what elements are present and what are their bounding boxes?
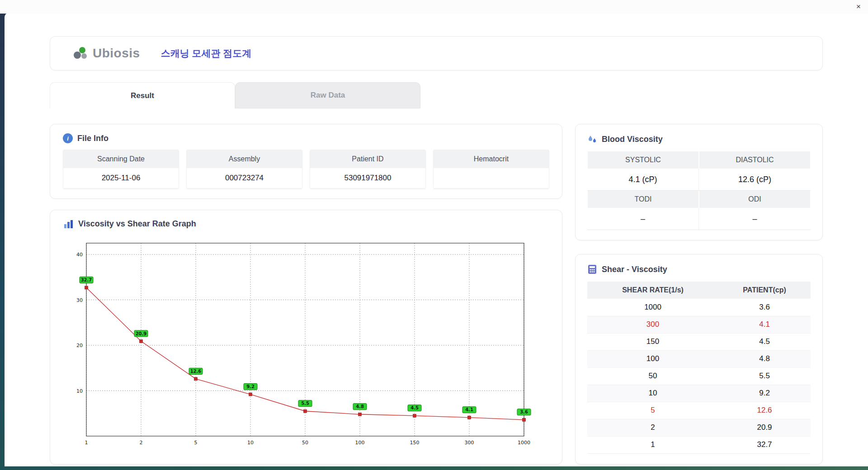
tab-result[interactable]: Result xyxy=(50,82,235,108)
bv-value: 12.6 (cP) xyxy=(699,169,811,190)
tab-raw-data[interactable]: Raw Data xyxy=(235,82,420,108)
blood-viscosity-title-text: Blood Viscosity xyxy=(602,135,663,144)
field-label: Patient ID xyxy=(310,150,425,168)
svg-text:4.8: 4.8 xyxy=(356,404,364,409)
svg-text:1000: 1000 xyxy=(518,440,530,446)
logo-text: Ubiosis xyxy=(93,46,140,61)
info-icon: i xyxy=(63,133,73,143)
shear-viscosity-card: Shear - Viscosity SHEAR RATE(1/s)PATIENT… xyxy=(575,254,823,465)
field-label: Hematocrit xyxy=(434,150,549,168)
shear-rate-cell: 5 xyxy=(587,402,718,419)
graph-title: Viscosity vs Shear Rate Graph xyxy=(64,219,548,229)
patient-viscosity-cell: 12.6 xyxy=(718,402,811,419)
svg-text:3.6: 3.6 xyxy=(520,409,528,414)
bv-value: – xyxy=(699,208,811,230)
shear-row: 1004.8 xyxy=(587,350,811,367)
calculator-icon xyxy=(587,264,597,274)
svg-text:4.1: 4.1 xyxy=(465,407,473,412)
file-info-field: Patient ID53091971800 xyxy=(310,150,426,188)
file-info-field: Assembly000723274 xyxy=(186,150,302,188)
shear-rate-cell: 150 xyxy=(587,333,718,350)
patient-viscosity-cell: 20.9 xyxy=(718,419,811,436)
shear-row: 3004.1 xyxy=(587,316,811,333)
svg-text:1: 1 xyxy=(85,440,88,446)
field-value: 53091971800 xyxy=(310,168,425,188)
shear-rate-cell: 50 xyxy=(587,367,718,385)
shear-row: 132.7 xyxy=(587,436,811,453)
svg-text:10: 10 xyxy=(247,440,254,446)
viscosity-chart-svg: 102030401251050100150300100032.720.912.6… xyxy=(64,232,534,456)
file-info-field: Hematocrit xyxy=(433,150,549,188)
svg-text:5.5: 5.5 xyxy=(301,401,309,406)
blood-viscosity-title: Blood Viscosity xyxy=(587,134,811,144)
svg-text:20.9: 20.9 xyxy=(136,331,147,336)
window-close-icon[interactable]: × xyxy=(856,2,861,11)
shear-viscosity-table: SHEAR RATE(1/s)PATIENT(cp)10003.63004.11… xyxy=(587,282,811,454)
patient-viscosity-cell: 9.2 xyxy=(718,385,811,402)
shear-row: 1504.5 xyxy=(587,333,811,350)
patient-viscosity-cell: 4.8 xyxy=(718,350,811,367)
patient-viscosity-cell: 4.1 xyxy=(718,316,811,333)
field-label: Scanning Date xyxy=(63,150,179,168)
bv-label-row: TODIODI xyxy=(587,191,811,208)
shear-rate-cell: 300 xyxy=(587,316,718,333)
app-header: Ubiosis 스캐닝 모세관 점도계 xyxy=(50,36,823,70)
shear-row: 512.6 xyxy=(587,402,811,419)
shear-rate-cell: 10 xyxy=(587,385,718,402)
bv-label: ODI xyxy=(699,191,810,208)
shear-rate-cell: 1 xyxy=(587,436,718,453)
bv-value: 4.1 (cP) xyxy=(587,169,699,190)
file-info-title: i File Info xyxy=(63,133,549,143)
svg-text:9.2: 9.2 xyxy=(246,384,255,389)
svg-text:100: 100 xyxy=(355,440,365,446)
bv-label-row: SYSTOLICDIASTOLIC xyxy=(587,151,811,169)
bv-label: TODI xyxy=(588,191,698,208)
shear-column-header: PATIENT(cp) xyxy=(718,282,811,299)
droplets-icon xyxy=(587,134,597,144)
ubiosis-logo-icon xyxy=(73,46,89,61)
file-info-title-text: File Info xyxy=(77,134,108,143)
bv-value-row: 4.1 (cP)12.6 (cP) xyxy=(587,169,811,191)
patient-viscosity-cell: 5.5 xyxy=(718,367,811,385)
shear-row: 505.5 xyxy=(587,367,811,385)
shear-rate-cell: 2 xyxy=(587,419,718,436)
shear-viscosity-title-text: Shear - Viscosity xyxy=(602,265,667,274)
svg-text:50: 50 xyxy=(302,440,308,446)
ubiosis-logo: Ubiosis xyxy=(73,46,140,61)
file-info-fields: Scanning Date2025-11-06Assembly000723274… xyxy=(63,150,549,188)
file-info-field: Scanning Date2025-11-06 xyxy=(63,150,179,188)
field-value xyxy=(434,168,549,188)
window-titlebar: × xyxy=(0,0,868,14)
svg-text:4.5: 4.5 xyxy=(410,405,419,410)
bv-label: SYSTOLIC xyxy=(588,151,698,169)
field-value: 2025-11-06 xyxy=(63,168,179,188)
patient-viscosity-cell: 32.7 xyxy=(718,436,811,453)
app-title: 스캐닝 모세관 점도계 xyxy=(161,47,252,60)
bar-chart-icon xyxy=(64,220,74,229)
bv-label: DIASTOLIC xyxy=(699,151,810,169)
graph-title-text: Viscosity vs Shear Rate Graph xyxy=(78,219,196,229)
shear-viscosity-title: Shear - Viscosity xyxy=(587,264,811,274)
svg-text:10: 10 xyxy=(76,388,83,394)
shear-row: 10003.6 xyxy=(587,299,811,316)
blood-viscosity-grid: SYSTOLICDIASTOLIC4.1 (cP)12.6 (cP)TODIOD… xyxy=(587,151,811,230)
svg-text:40: 40 xyxy=(76,252,83,258)
svg-text:12.6: 12.6 xyxy=(190,369,202,374)
svg-text:300: 300 xyxy=(465,440,474,446)
field-value: 000723274 xyxy=(187,168,302,188)
shear-column-header: SHEAR RATE(1/s) xyxy=(587,282,718,299)
graph-card: Viscosity vs Shear Rate Graph 1020304012… xyxy=(50,210,562,465)
tab-bar: Result Raw Data xyxy=(50,82,823,108)
svg-text:20: 20 xyxy=(76,343,83,348)
svg-text:2: 2 xyxy=(140,440,143,446)
svg-text:5: 5 xyxy=(194,440,198,446)
bv-value-row: –– xyxy=(587,208,811,230)
field-label: Assembly xyxy=(187,150,302,168)
svg-text:30: 30 xyxy=(76,297,83,303)
shear-header-row: SHEAR RATE(1/s)PATIENT(cp) xyxy=(587,282,811,299)
main-area: i File Info Scanning Date2025-11-06Assem… xyxy=(50,124,823,465)
svg-text:32.7: 32.7 xyxy=(81,277,92,282)
patient-viscosity-cell: 3.6 xyxy=(718,299,811,316)
patient-viscosity-cell: 4.5 xyxy=(718,333,811,350)
shear-row: 109.2 xyxy=(587,385,811,402)
